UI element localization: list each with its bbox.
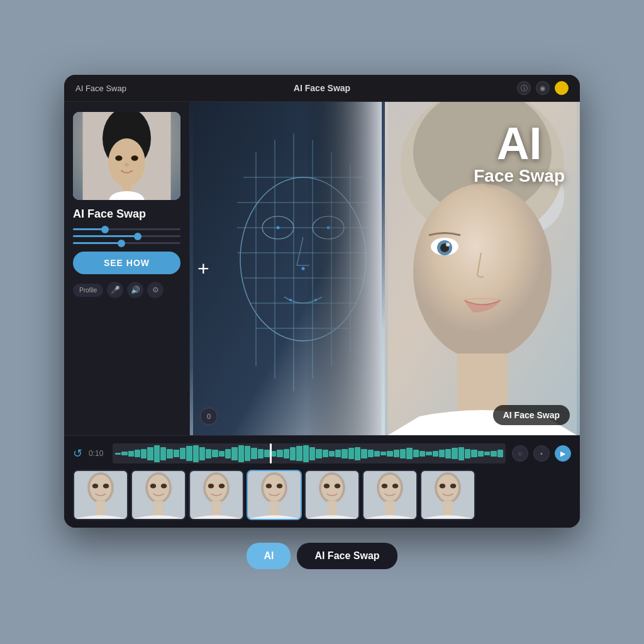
filmstrip — [73, 470, 571, 521]
svg-point-56 — [208, 484, 214, 489]
waveform-bar — [167, 449, 172, 458]
slider-thumb-2[interactable] — [134, 233, 142, 240]
film-frame[interactable] — [304, 470, 360, 520]
volume-sidebar-button[interactable]: 🔊 — [127, 282, 143, 298]
film-frame[interactable] — [131, 470, 186, 520]
waveform-bar — [316, 449, 321, 458]
waveform-bar — [174, 450, 179, 457]
tl-circle-btn[interactable]: ○ — [512, 445, 528, 462]
info-button[interactable]: ⓘ — [517, 81, 531, 95]
waveform-bar — [141, 449, 147, 458]
waveform-bar — [199, 447, 205, 460]
svg-point-50 — [150, 484, 157, 489]
waveform-playhead — [270, 443, 272, 464]
waveform-bar — [452, 448, 457, 459]
waveform-bar — [258, 449, 264, 458]
slider-track-2[interactable] — [73, 235, 180, 237]
svg-point-55 — [206, 475, 227, 501]
film-frame-visual — [248, 471, 301, 519]
film-frame[interactable] — [362, 470, 418, 520]
film-frame-visual — [421, 471, 474, 519]
waveform-bar — [238, 445, 244, 462]
waveform-bar — [355, 447, 360, 460]
preview-area: AI Face Swap AI Face Swap 0 + — [190, 102, 580, 435]
slider-thumb-3[interactable] — [118, 240, 125, 247]
face-thumb-visual — [73, 112, 180, 200]
waveform-bar — [341, 449, 347, 458]
waveform-bar — [135, 450, 140, 457]
waveform-bar — [439, 450, 445, 457]
slider-row-3 — [73, 242, 180, 244]
timeline-area: ↺ 0:10 ○ • ▶ — [64, 435, 580, 528]
svg-point-2 — [108, 138, 145, 187]
waveform-time: 0:10 — [89, 449, 106, 458]
waveform-bar — [193, 445, 199, 462]
volume-button[interactable]: ◉ — [536, 81, 550, 95]
slider-fill-2 — [73, 235, 138, 237]
waveform-bar — [484, 452, 490, 455]
svg-point-63 — [277, 484, 283, 489]
bottom-pills: AI AI Face Swap — [247, 543, 397, 569]
title-bar: AI Face Swap AI Face Swap ⓘ ◉ — [64, 75, 580, 102]
film-frame[interactable] — [247, 470, 302, 520]
waveform-bar — [323, 450, 328, 457]
mic-button[interactable]: 🎤 — [107, 282, 123, 298]
waveform-bar — [478, 451, 484, 457]
waveform-bar — [433, 451, 438, 457]
waveform-bar — [374, 451, 380, 457]
waveform-bar — [212, 450, 218, 457]
main-content: AI Face Swap — [64, 102, 580, 435]
waveform-container[interactable] — [113, 443, 506, 464]
timeline-right-controls: ○ • ▶ — [512, 445, 571, 462]
title-bar-center: AI Face Swap — [294, 83, 350, 93]
see-how-button[interactable]: SEE HOW — [73, 252, 180, 274]
preview-badge: AI Face Swap — [493, 405, 570, 425]
film-frame-visual — [190, 471, 243, 519]
pill-ai-button[interactable]: AI — [247, 543, 291, 569]
film-frame[interactable] — [73, 470, 128, 520]
film-frame[interactable] — [420, 470, 475, 520]
tl-dot-btn[interactable]: • — [533, 445, 550, 462]
slider-track-3[interactable] — [73, 242, 180, 244]
svg-point-3 — [115, 155, 122, 160]
settings-button[interactable]: ⚙ — [147, 282, 164, 298]
tl-play-btn[interactable]: ▶ — [555, 445, 571, 462]
minimize-button[interactable] — [555, 81, 569, 95]
waveform-bar — [471, 450, 477, 457]
waveform-bar — [465, 449, 470, 458]
bottom-controls: Profile 🎤 🔊 ⚙ — [73, 282, 180, 298]
slider-thumb-1[interactable] — [101, 226, 109, 233]
waveform-bar — [115, 453, 121, 455]
svg-point-5 — [125, 163, 129, 167]
waveform-bar — [368, 450, 374, 457]
sidebar: AI Face Swap — [64, 102, 190, 435]
svg-point-62 — [266, 484, 272, 489]
profile-button[interactable]: Profile — [73, 284, 103, 297]
film-frame-visual — [74, 471, 127, 519]
film-frame[interactable] — [189, 470, 244, 520]
svg-point-43 — [90, 475, 111, 501]
title-bar-controls: ⓘ ◉ — [517, 81, 569, 95]
film-frame-visual — [306, 471, 358, 519]
film-frame-visual — [132, 471, 185, 519]
waveform-bar — [180, 448, 186, 459]
svg-point-79 — [437, 475, 458, 501]
waveform-bar — [147, 447, 153, 460]
waveform-bar — [206, 449, 211, 458]
waveform-bar — [335, 450, 341, 457]
waveform-bar — [219, 451, 225, 457]
waveform-bar — [458, 447, 464, 460]
pill-faceswap-button[interactable]: AI Face Swap — [297, 543, 397, 569]
slider-track-1[interactable] — [73, 228, 180, 230]
waveform-row: ↺ 0:10 ○ • ▶ — [73, 443, 571, 464]
sidebar-title: AI Face Swap — [73, 208, 180, 221]
waveform-bar — [361, 449, 367, 458]
film-frame-visual — [364, 471, 416, 519]
waveform-bar — [400, 449, 406, 458]
app-window: AI Face Swap AI Face Swap ⓘ ◉ — [64, 75, 580, 528]
preview-circle-button[interactable]: 0 — [200, 408, 218, 425]
svg-point-51 — [161, 484, 167, 489]
svg-point-4 — [131, 155, 138, 160]
svg-point-68 — [324, 484, 330, 489]
waveform-bar — [380, 452, 386, 455]
